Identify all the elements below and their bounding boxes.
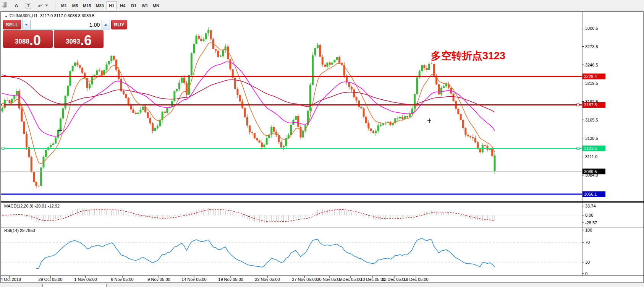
date-axis-label: 22 Nov 05:00 <box>255 277 280 282</box>
sell-button[interactable]: SELL <box>3 20 21 29</box>
timeframe-button-M1[interactable]: M1 <box>59 1 69 10</box>
price-axis-label: 3165.5 <box>585 118 598 122</box>
candle-body <box>246 117 248 126</box>
candle-body <box>33 172 35 182</box>
candle-body <box>426 68 428 70</box>
candle-body <box>152 123 154 131</box>
candle-body <box>210 30 212 39</box>
date-axis-label: 14 Nov 05:00 <box>181 277 206 282</box>
candle-body <box>84 73 86 78</box>
candle-body <box>251 132 253 133</box>
buy-button[interactable]: BUY <box>111 20 127 29</box>
candle-body <box>120 79 122 91</box>
candle-body <box>123 91 125 94</box>
candle-body <box>52 143 54 145</box>
timeframe-button-M15[interactable]: M15 <box>81 1 93 10</box>
buy-price-display[interactable]: 3093.6 <box>54 30 104 48</box>
sell-price-dec: .0 <box>29 34 41 48</box>
candle-body <box>416 78 418 94</box>
candle-body <box>331 62 333 65</box>
candle-body <box>261 143 263 147</box>
candle-body <box>438 84 440 94</box>
candle-body <box>55 138 57 143</box>
line-endpoint[interactable] <box>577 147 579 149</box>
volume-increase-button[interactable] <box>102 20 110 29</box>
rsi-axis-label: 30 <box>585 260 590 264</box>
sell-price-int: 3088 <box>15 38 29 48</box>
candle-body <box>295 116 297 120</box>
candle-body <box>358 101 360 107</box>
volume-decrease-button[interactable] <box>22 20 31 29</box>
candle-body <box>239 95 241 102</box>
date-axis-label: 5 Dec 05:00 <box>339 277 361 282</box>
candle-body <box>266 138 268 144</box>
price-axis-label: 3246.5 <box>585 63 598 67</box>
candle-body <box>453 94 455 101</box>
candle-body <box>399 117 401 118</box>
symbol-period: CHINA300-,H1 <box>10 13 37 18</box>
candle-body <box>314 48 316 55</box>
arrow-objects-tool[interactable] <box>34 2 50 10</box>
macd-axis-label: 33.74 <box>585 204 596 208</box>
candle-body <box>181 78 183 83</box>
candle-body <box>137 113 139 114</box>
text-label-tool[interactable]: A <box>12 2 21 10</box>
candle-body <box>18 91 20 108</box>
sell-price-display[interactable]: 3088.0 <box>3 30 53 48</box>
candle-body <box>6 100 8 100</box>
candle-body <box>430 64 432 64</box>
volume-input[interactable] <box>31 20 102 29</box>
timeframe-button-W1[interactable]: W1 <box>140 1 150 10</box>
candle-body <box>324 65 326 67</box>
macd-indicator-label: MACD(12,26,9) -20.01 -12.92 <box>4 204 60 208</box>
text-box-tool[interactable]: T <box>23 2 32 10</box>
candle-body <box>198 36 200 39</box>
candle-body <box>236 89 238 95</box>
timeframe-toolbar: M1M5M15M30H1H4D1W1MN <box>58 0 162 11</box>
candle-body <box>132 109 134 113</box>
date-axis-label: 30 Nov 05:00 <box>317 277 341 282</box>
candle-body <box>273 127 275 132</box>
timeframe-button-H4[interactable]: H4 <box>118 1 128 10</box>
timeframe-button-H1[interactable]: H1 <box>107 1 117 10</box>
candle-body <box>457 109 459 114</box>
date-axis-label: 19 Nov 05:00 <box>218 277 243 282</box>
candle-body <box>72 66 74 71</box>
candle-body <box>62 108 64 118</box>
candle-body <box>256 138 258 141</box>
candle-body <box>280 142 282 148</box>
timeframe-button-M30[interactable]: M30 <box>94 1 105 10</box>
candle-body <box>491 148 493 156</box>
line-endpoint[interactable] <box>577 104 579 106</box>
candle-body <box>363 108 365 117</box>
candle-body <box>65 96 66 109</box>
line-endpoint[interactable] <box>2 147 4 149</box>
candle-body <box>338 57 340 63</box>
timeframe-button-M5[interactable]: M5 <box>70 1 80 10</box>
chart-annotation-text[interactable]: 多空转折点3123 <box>431 49 505 63</box>
timeframe-button-D1[interactable]: D1 <box>129 1 139 10</box>
candle-body <box>35 182 37 186</box>
price-tag-label: 3229.4 <box>584 74 597 79</box>
candle-body <box>60 118 61 130</box>
candle-body <box>317 45 319 48</box>
candle-body <box>409 114 411 117</box>
volume-control <box>22 20 110 29</box>
line-endpoint[interactable] <box>2 104 4 106</box>
candle-body <box>404 116 406 119</box>
collapse-panel-icon[interactable]: ▲ <box>5 15 8 18</box>
candle-body <box>79 65 81 68</box>
arrows-icon <box>37 3 44 9</box>
chevron-down-icon <box>45 5 48 6</box>
date-axis-label: 18 Dec 05:00 <box>403 277 428 282</box>
candle-body <box>207 30 209 34</box>
candle-body <box>99 70 100 71</box>
candle-body <box>300 127 302 138</box>
candle-body <box>118 70 120 79</box>
timeframe-button-MN[interactable]: MN <box>151 1 161 10</box>
candle-body <box>183 78 185 83</box>
candle-body <box>110 56 112 61</box>
toolbar-grip[interactable]: F <box>1 2 11 10</box>
toolbar-separator <box>55 2 55 10</box>
candle-body <box>333 60 335 63</box>
